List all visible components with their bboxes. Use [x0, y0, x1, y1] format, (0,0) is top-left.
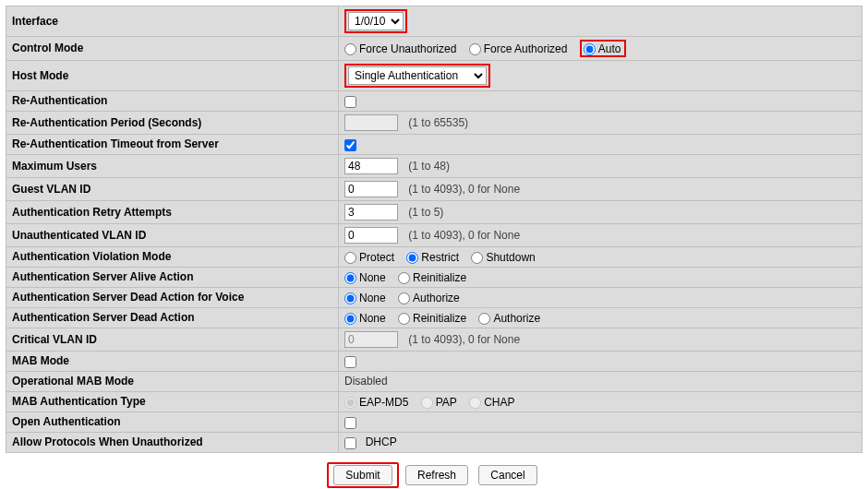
violation-restrict-radio[interactable]: [406, 252, 418, 264]
re-auth-timeout-label: Re-Authentication Timeout from Server: [6, 134, 339, 154]
server-alive-label: Authentication Server Alive Action: [6, 267, 339, 287]
re-auth-checkbox[interactable]: [344, 96, 356, 108]
server-dead-none-radio[interactable]: [344, 313, 356, 325]
auth-retry-label: Authentication Retry Attempts: [6, 200, 339, 223]
server-dead-none-option[interactable]: None: [344, 312, 386, 325]
host-mode-select[interactable]: Single Authentication: [348, 66, 487, 85]
server-alive-reinit-radio[interactable]: [398, 272, 410, 284]
mab-auth-chap-option: CHAP: [469, 396, 514, 409]
op-mab-mode-label: Operational MAB Mode: [6, 371, 339, 391]
open-auth-checkbox[interactable]: [344, 417, 356, 429]
control-mode-unauth-option[interactable]: Force Unauthorized: [344, 42, 456, 55]
critical-vlan-label: Critical VLAN ID: [6, 328, 339, 351]
auth-retry-hint: (1 to 5): [408, 206, 443, 219]
violation-mode-label: Authentication Violation Mode: [6, 246, 339, 267]
server-dead-voice-label: Authentication Server Dead Action for Vo…: [6, 287, 339, 307]
button-row: Submit Refresh Cancel: [6, 453, 862, 489]
cancel-button[interactable]: Cancel: [478, 465, 536, 485]
auth-retry-input[interactable]: [344, 204, 398, 221]
unauth-vlan-input[interactable]: [344, 227, 398, 244]
submit-button[interactable]: Submit: [333, 465, 392, 485]
re-auth-period-input[interactable]: [344, 114, 398, 131]
server-alive-none-option[interactable]: None: [344, 271, 386, 284]
control-mode-auto-option[interactable]: Auto: [584, 42, 621, 55]
re-auth-label: Re-Authentication: [6, 90, 339, 111]
violation-protect-radio[interactable]: [344, 252, 356, 264]
config-form: Interface 1/0/10 Control Mode Force Unau…: [6, 6, 862, 453]
violation-protect-option[interactable]: Protect: [344, 251, 394, 264]
server-dead-authorize-radio[interactable]: [478, 313, 490, 325]
max-users-hint: (1 to 48): [408, 160, 450, 173]
mab-auth-eap-radio: [344, 397, 356, 409]
server-dead-voice-none-radio[interactable]: [344, 292, 356, 304]
interface-label: Interface: [6, 6, 339, 37]
critical-vlan-hint: (1 to 4093), 0 for None: [408, 333, 520, 346]
server-dead-reinit-radio[interactable]: [398, 313, 410, 325]
op-mab-mode-value: Disabled: [344, 375, 388, 388]
host-mode-label: Host Mode: [6, 60, 339, 90]
re-auth-timeout-checkbox[interactable]: [344, 139, 356, 151]
open-auth-label: Open Authentication: [6, 411, 339, 432]
submit-highlight: Submit: [327, 462, 398, 488]
interface-select[interactable]: 1/0/10: [348, 12, 404, 30]
violation-shutdown-radio[interactable]: [471, 252, 483, 264]
mab-mode-label: MAB Mode: [6, 351, 339, 371]
server-dead-voice-authorize-radio[interactable]: [398, 292, 410, 304]
unauth-vlan-hint: (1 to 4093), 0 for None: [408, 229, 520, 242]
allow-proto-checkbox[interactable]: [344, 437, 356, 449]
server-alive-none-radio[interactable]: [344, 272, 356, 284]
violation-shutdown-option[interactable]: Shutdown: [471, 251, 535, 264]
control-mode-auth-option[interactable]: Force Authorized: [469, 42, 568, 55]
server-alive-reinit-option[interactable]: Reinitialize: [398, 271, 466, 284]
allow-proto-label: Allow Protocols When Unauthorized: [6, 432, 339, 452]
server-dead-reinit-option[interactable]: Reinitialize: [398, 312, 466, 325]
control-mode-label: Control Mode: [6, 37, 339, 61]
guest-vlan-label: Guest VLAN ID: [6, 177, 339, 200]
host-mode-highlight: Single Authentication: [344, 64, 490, 88]
mab-auth-eap-option: EAP-MD5: [344, 396, 408, 409]
max-users-label: Maximum Users: [6, 154, 339, 177]
guest-vlan-input[interactable]: [344, 181, 398, 197]
violation-restrict-option[interactable]: Restrict: [406, 251, 459, 264]
critical-vlan-input[interactable]: [344, 331, 398, 348]
interface-highlight: 1/0/10: [344, 9, 407, 33]
mab-auth-chap-radio: [469, 397, 481, 409]
control-mode-unauth-radio[interactable]: [344, 43, 356, 55]
server-dead-authorize-option[interactable]: Authorize: [478, 312, 540, 325]
mab-auth-pap-radio: [421, 397, 433, 409]
control-mode-auto-highlight: Auto: [580, 40, 627, 57]
server-dead-label: Authentication Server Dead Action: [6, 307, 339, 328]
server-dead-voice-authorize-option[interactable]: Authorize: [398, 292, 460, 304]
mab-auth-type-label: MAB Authentication Type: [6, 391, 339, 411]
allow-proto-text: DHCP: [366, 435, 397, 448]
mab-mode-checkbox[interactable]: [344, 356, 356, 368]
max-users-input[interactable]: [344, 158, 398, 174]
refresh-button[interactable]: Refresh: [405, 465, 468, 485]
re-auth-period-label: Re-Authentication Period (Seconds): [6, 111, 339, 134]
server-dead-voice-none-option[interactable]: None: [344, 292, 386, 304]
re-auth-period-hint: (1 to 65535): [408, 116, 468, 129]
guest-vlan-hint: (1 to 4093), 0 for None: [408, 183, 520, 196]
mab-auth-pap-option: PAP: [421, 396, 457, 409]
control-mode-auth-radio[interactable]: [469, 43, 481, 55]
unauth-vlan-label: Unauthenticated VLAN ID: [6, 223, 339, 246]
control-mode-auto-radio[interactable]: [584, 43, 596, 55]
